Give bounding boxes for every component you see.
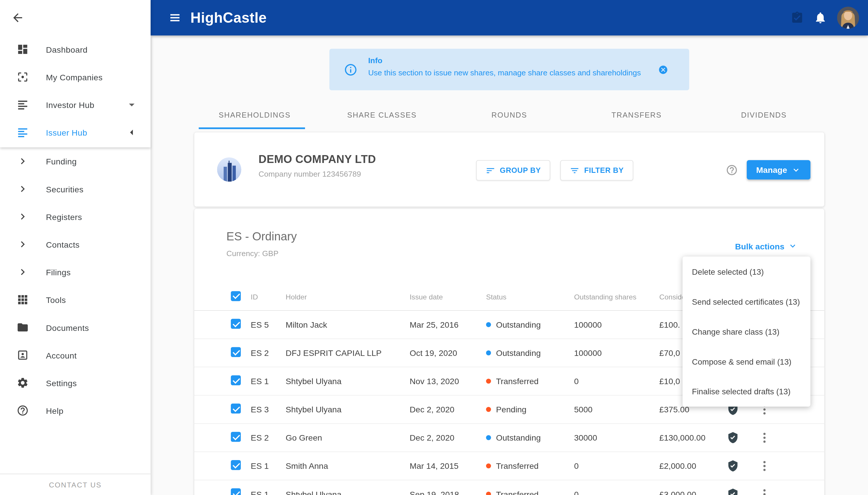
sidebar-item-label: Funding [46,157,77,166]
close-icon[interactable] [658,65,668,74]
menu-item-delete-selected[interactable]: Delete selected (13) [683,257,811,287]
cell-outstanding: 0 [574,490,579,495]
cell-holder: Smith Anna [286,461,328,471]
sidebar-item-tools[interactable]: Tools [0,286,150,313]
cell-consideration: £130,000.00 [659,433,706,442]
menu-item-compose-email[interactable]: Compose & send email (13) [683,346,811,377]
status-label: Outstanding [496,320,541,329]
sidebar-item-securities[interactable]: Securities [0,175,150,203]
tab-transfers[interactable]: TRANSFERS [573,100,700,129]
row-checkbox[interactable] [231,319,241,329]
sort-icon [485,165,495,175]
row-checkbox[interactable] [231,404,241,413]
sidebar-item-label: My Companies [46,72,103,82]
bell-icon[interactable] [814,11,827,24]
certificate-shield-icon [727,488,739,495]
header-status: Status [486,292,506,301]
cell-holder: Go Green [286,433,322,442]
row-checkbox[interactable] [231,460,241,470]
chevron-right-icon [16,238,29,251]
help-circle-icon [16,404,29,417]
cell-outstanding: 0 [574,461,579,471]
header-holder: Holder [286,292,307,301]
group-by-button[interactable]: GROUP BY [476,160,550,181]
list-lines-icon [16,98,29,112]
menu-item-finalise-drafts[interactable]: Finalise selected drafts (13) [683,377,811,407]
table-row: ES 1 Shtybel Ulyana Sep 19, 2018 Transfe… [194,480,824,495]
status-dot [486,463,491,468]
sidebar-item-settings[interactable]: Settings [0,369,150,397]
status-label: Outstanding [496,348,541,357]
help-circle-icon[interactable] [726,164,738,176]
status-label: Pending [496,405,527,414]
user-avatar[interactable] [837,7,859,29]
cell-issue-date: Dec 2, 2020 [410,433,455,442]
sidebar-item-my-companies[interactable]: My Companies [0,63,150,91]
cell-id: ES 3 [251,405,269,414]
row-checkbox[interactable] [231,488,241,495]
banner-title: Info [368,56,383,65]
clipboard-check-icon[interactable] [790,11,804,24]
cell-consideration: £100. [659,320,680,329]
sidebar-item-documents[interactable]: Documents [0,313,150,341]
cell-consideration: £70,0 [659,348,680,357]
row-menu-button[interactable] [761,486,768,495]
sidebar-item-account[interactable]: Account [0,341,150,369]
sidebar-item-filings[interactable]: Filings [0,258,150,286]
sidebar-item-help[interactable]: Help [0,397,150,424]
sidebar-item-funding[interactable]: Funding [0,147,150,175]
status-label: Outstanding [496,433,541,442]
back-button[interactable] [0,0,150,35]
arrow-back-icon [11,11,24,24]
certificate-shield-icon [727,460,739,472]
sidebar-item-label: Settings [46,378,77,387]
tab-dividends[interactable]: DIVIDENDS [700,100,828,129]
row-checkbox[interactable] [231,347,241,357]
company-logo [217,157,241,182]
sidebar-item-label: Contacts [46,239,80,249]
status-label: Transferred [496,490,539,495]
tab-shareholdings[interactable]: SHAREHOLDINGS [191,100,318,129]
chevron-right-icon [16,182,29,195]
row-checkbox[interactable] [231,432,241,442]
manage-button[interactable]: Manage [747,160,811,180]
sidebar-item-dashboard[interactable]: Dashboard [0,35,150,63]
tab-rounds[interactable]: ROUNDS [445,100,573,129]
menu-item-send-certificates[interactable]: Send selected certificates (13) [683,287,811,317]
menu-item-change-share-class[interactable]: Change share class (13) [683,317,811,346]
sidebar-item-issuer-hub[interactable]: Issuer Hub [0,118,150,146]
group-by-label: GROUP BY [500,166,541,175]
chevron-down-icon [788,241,798,251]
sidebar-sub-group: Funding Securities Registers Contacts Fi… [0,147,150,424]
cell-outstanding: 5000 [574,405,592,414]
row-checkbox[interactable] [231,375,241,385]
currency-label: Currency: GBP [227,249,279,258]
sidebar-item-contacts[interactable]: Contacts [0,231,150,258]
row-menu-button[interactable] [761,458,768,474]
cell-outstanding: 100000 [574,320,602,329]
app-viewport: Dashboard My Companies Investor Hub Issu… [0,0,868,495]
tab-share-classes[interactable]: SHARE CLASSES [318,100,446,129]
status-dot [486,351,491,355]
contact-us-link[interactable]: CONTACT US [49,480,102,489]
hamburger-menu-icon[interactable] [169,12,181,24]
chevron-right-icon [16,266,29,279]
bulk-actions-button[interactable]: Bulk actions [735,241,798,251]
sidebar-item-investor-hub[interactable]: Investor Hub [0,91,150,118]
company-name: DEMO COMPANY LTD [259,153,376,166]
cell-holder: Shtybel Ulyana [286,490,341,495]
cell-consideration: £3,000.00 [659,490,696,495]
cell-issue-date: Mar 25, 2016 [410,320,459,329]
folder-icon [16,321,29,334]
row-menu-button[interactable] [761,429,768,446]
bulk-actions-label: Bulk actions [735,241,784,251]
table-row: ES 1 Smith Anna Mar 14, 2015 Transferred… [194,452,824,480]
cell-issue-date: Oct 19, 2020 [410,348,457,357]
sidebar-item-registers[interactable]: Registers [0,203,150,231]
select-all-checkbox[interactable] [231,291,241,301]
filter-by-button[interactable]: FILTER BY [560,160,633,181]
sidebar-item-label: Issuer Hub [46,128,87,137]
company-card: DEMO COMPANY LTD Company number 12345678… [194,132,824,207]
filter-by-label: FILTER BY [584,166,624,175]
sidebar-item-label: Account [46,351,77,360]
